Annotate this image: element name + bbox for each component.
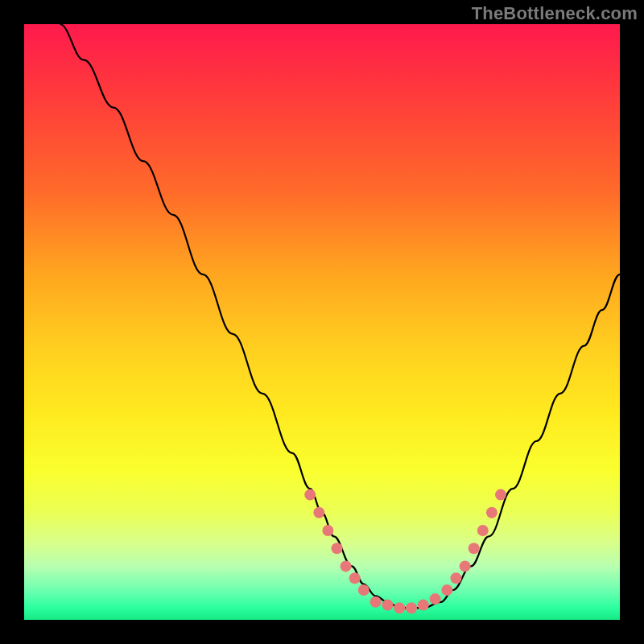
- bottleneck-curve: [60, 24, 620, 608]
- marker-dot: [370, 597, 382, 608]
- marker-dot: [313, 507, 324, 518]
- marker-dot: [322, 525, 333, 536]
- chart-svg: [24, 24, 620, 620]
- marker-dot: [451, 572, 462, 584]
- marker-dot: [394, 602, 405, 613]
- marker-dot: [358, 584, 369, 596]
- marker-dot: [382, 600, 393, 611]
- marker-dot: [486, 507, 497, 518]
- marker-dot: [460, 560, 471, 572]
- chart-frame: TheBottleneck.com: [0, 0, 644, 644]
- marker-dot: [349, 572, 361, 584]
- highlight-markers: [304, 489, 506, 614]
- watermark-text: TheBottleneck.com: [472, 3, 638, 24]
- chart-plot-area: [24, 24, 620, 620]
- marker-dot: [441, 584, 452, 596]
- marker-dot: [341, 560, 352, 572]
- marker-dot: [495, 489, 506, 501]
- marker-dot: [304, 489, 316, 501]
- marker-dot: [418, 600, 429, 611]
- marker-dot: [406, 602, 417, 613]
- marker-dot: [469, 543, 480, 554]
- marker-dot: [332, 543, 343, 554]
- marker-dot: [477, 525, 489, 536]
- marker-dot: [430, 593, 441, 605]
